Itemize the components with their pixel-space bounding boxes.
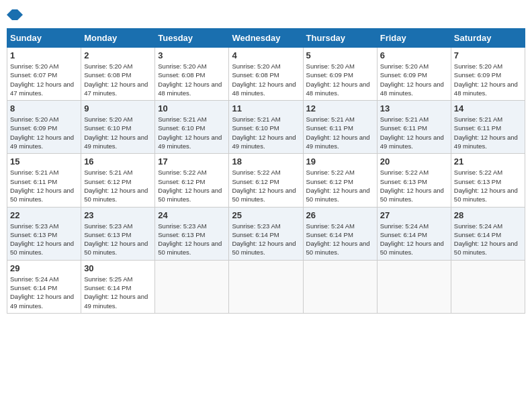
day-number: 16 bbox=[84, 156, 152, 167]
day-number: 3 bbox=[158, 50, 226, 60]
calendar-cell: 29Sunrise: 5:24 AMSunset: 6:14 PMDayligh… bbox=[7, 260, 81, 313]
calendar-cell bbox=[303, 260, 377, 313]
day-detail: Sunrise: 5:20 AMSunset: 6:08 PMDaylight:… bbox=[84, 62, 152, 97]
day-number: 13 bbox=[380, 103, 448, 113]
calendar-cell bbox=[155, 260, 229, 313]
logo-icon bbox=[7, 7, 23, 23]
day-number: 18 bbox=[232, 156, 300, 167]
day-number: 20 bbox=[380, 156, 448, 167]
day-detail: Sunrise: 5:20 AMSunset: 6:07 PMDaylight:… bbox=[10, 62, 78, 97]
calendar-cell: 2Sunrise: 5:20 AMSunset: 6:08 PMDaylight… bbox=[81, 48, 155, 101]
calendar-cell: 7Sunrise: 5:20 AMSunset: 6:09 PMDaylight… bbox=[451, 48, 525, 101]
calendar-cell: 3Sunrise: 5:20 AMSunset: 6:08 PMDaylight… bbox=[155, 48, 229, 101]
calendar-cell bbox=[377, 260, 451, 313]
day-detail: Sunrise: 5:25 AMSunset: 6:14 PMDaylight:… bbox=[84, 275, 152, 310]
day-detail: Sunrise: 5:22 AMSunset: 6:12 PMDaylight:… bbox=[306, 168, 374, 203]
day-detail: Sunrise: 5:21 AMSunset: 6:11 PMDaylight:… bbox=[380, 115, 448, 150]
day-detail: Sunrise: 5:21 AMSunset: 6:10 PMDaylight:… bbox=[158, 115, 226, 150]
week-row-3: 22Sunrise: 5:23 AMSunset: 6:13 PMDayligh… bbox=[7, 207, 525, 260]
day-detail: Sunrise: 5:21 AMSunset: 6:10 PMDaylight:… bbox=[232, 115, 300, 150]
day-detail: Sunrise: 5:23 AMSunset: 6:13 PMDaylight:… bbox=[158, 222, 226, 257]
day-detail: Sunrise: 5:22 AMSunset: 6:12 PMDaylight:… bbox=[158, 168, 226, 203]
day-detail: Sunrise: 5:23 AMSunset: 6:13 PMDaylight:… bbox=[84, 222, 152, 257]
calendar-cell: 8Sunrise: 5:20 AMSunset: 6:09 PMDaylight… bbox=[7, 101, 81, 154]
day-number: 19 bbox=[306, 156, 374, 167]
day-detail: Sunrise: 5:24 AMSunset: 6:14 PMDaylight:… bbox=[380, 222, 448, 257]
day-detail: Sunrise: 5:24 AMSunset: 6:14 PMDaylight:… bbox=[10, 275, 78, 310]
day-number: 6 bbox=[380, 50, 448, 60]
day-number: 22 bbox=[10, 210, 78, 220]
calendar-cell: 16Sunrise: 5:21 AMSunset: 6:12 PMDayligh… bbox=[81, 154, 155, 207]
day-detail: Sunrise: 5:20 AMSunset: 6:09 PMDaylight:… bbox=[10, 115, 78, 150]
day-number: 1 bbox=[10, 50, 78, 60]
week-row-0: 1Sunrise: 5:20 AMSunset: 6:07 PMDaylight… bbox=[7, 48, 525, 101]
day-number: 15 bbox=[10, 156, 78, 167]
calendar-cell: 22Sunrise: 5:23 AMSunset: 6:13 PMDayligh… bbox=[7, 207, 81, 260]
header-thursday: Thursday bbox=[303, 29, 377, 48]
day-number: 26 bbox=[306, 210, 374, 220]
calendar-cell: 17Sunrise: 5:22 AMSunset: 6:12 PMDayligh… bbox=[155, 154, 229, 207]
page-header bbox=[7, 7, 525, 23]
logo bbox=[7, 7, 26, 23]
calendar-cell: 20Sunrise: 5:22 AMSunset: 6:13 PMDayligh… bbox=[377, 154, 451, 207]
day-number: 9 bbox=[84, 103, 152, 113]
day-detail: Sunrise: 5:22 AMSunset: 6:13 PMDaylight:… bbox=[454, 168, 522, 203]
day-detail: Sunrise: 5:21 AMSunset: 6:11 PMDaylight:… bbox=[454, 115, 522, 150]
calendar-cell: 19Sunrise: 5:22 AMSunset: 6:12 PMDayligh… bbox=[303, 154, 377, 207]
calendar-cell bbox=[451, 260, 525, 313]
calendar-cell: 21Sunrise: 5:22 AMSunset: 6:13 PMDayligh… bbox=[451, 154, 525, 207]
day-detail: Sunrise: 5:24 AMSunset: 6:14 PMDaylight:… bbox=[306, 222, 374, 257]
day-detail: Sunrise: 5:21 AMSunset: 6:11 PMDaylight:… bbox=[306, 115, 374, 150]
week-row-1: 8Sunrise: 5:20 AMSunset: 6:09 PMDaylight… bbox=[7, 101, 525, 154]
calendar-cell bbox=[229, 260, 303, 313]
day-number: 10 bbox=[158, 103, 226, 113]
day-number: 24 bbox=[158, 210, 226, 220]
header-friday: Friday bbox=[377, 29, 451, 48]
day-detail: Sunrise: 5:20 AMSunset: 6:08 PMDaylight:… bbox=[158, 62, 226, 97]
day-number: 23 bbox=[84, 210, 152, 220]
header-sunday: Sunday bbox=[7, 29, 81, 48]
calendar-cell: 1Sunrise: 5:20 AMSunset: 6:07 PMDaylight… bbox=[7, 48, 81, 101]
week-row-2: 15Sunrise: 5:21 AMSunset: 6:11 PMDayligh… bbox=[7, 154, 525, 207]
calendar-cell: 28Sunrise: 5:24 AMSunset: 6:14 PMDayligh… bbox=[451, 207, 525, 260]
day-number: 7 bbox=[454, 50, 522, 60]
day-number: 4 bbox=[232, 50, 300, 60]
day-detail: Sunrise: 5:21 AMSunset: 6:12 PMDaylight:… bbox=[84, 168, 152, 203]
day-number: 30 bbox=[84, 263, 152, 273]
day-detail: Sunrise: 5:22 AMSunset: 6:12 PMDaylight:… bbox=[232, 168, 300, 203]
header-wednesday: Wednesday bbox=[229, 29, 303, 48]
calendar-cell: 27Sunrise: 5:24 AMSunset: 6:14 PMDayligh… bbox=[377, 207, 451, 260]
day-number: 17 bbox=[158, 156, 226, 167]
day-detail: Sunrise: 5:20 AMSunset: 6:09 PMDaylight:… bbox=[454, 62, 522, 97]
day-number: 5 bbox=[306, 50, 374, 60]
calendar-cell: 9Sunrise: 5:20 AMSunset: 6:10 PMDaylight… bbox=[81, 101, 155, 154]
calendar-cell: 30Sunrise: 5:25 AMSunset: 6:14 PMDayligh… bbox=[81, 260, 155, 313]
day-number: 29 bbox=[10, 263, 78, 273]
day-detail: Sunrise: 5:20 AMSunset: 6:10 PMDaylight:… bbox=[84, 115, 152, 150]
day-detail: Sunrise: 5:22 AMSunset: 6:13 PMDaylight:… bbox=[380, 168, 448, 203]
day-number: 21 bbox=[454, 156, 522, 167]
day-number: 25 bbox=[232, 210, 300, 220]
day-number: 11 bbox=[232, 103, 300, 113]
calendar-cell: 18Sunrise: 5:22 AMSunset: 6:12 PMDayligh… bbox=[229, 154, 303, 207]
calendar-cell: 6Sunrise: 5:20 AMSunset: 6:09 PMDaylight… bbox=[377, 48, 451, 101]
day-number: 2 bbox=[84, 50, 152, 60]
calendar-cell: 14Sunrise: 5:21 AMSunset: 6:11 PMDayligh… bbox=[451, 101, 525, 154]
calendar-cell: 10Sunrise: 5:21 AMSunset: 6:10 PMDayligh… bbox=[155, 101, 229, 154]
day-number: 12 bbox=[306, 103, 374, 113]
day-number: 14 bbox=[454, 103, 522, 113]
week-row-4: 29Sunrise: 5:24 AMSunset: 6:14 PMDayligh… bbox=[7, 260, 525, 313]
calendar-cell: 15Sunrise: 5:21 AMSunset: 6:11 PMDayligh… bbox=[7, 154, 81, 207]
calendar-header-row: SundayMondayTuesdayWednesdayThursdayFrid… bbox=[7, 29, 525, 48]
header-saturday: Saturday bbox=[451, 29, 525, 48]
calendar-cell: 13Sunrise: 5:21 AMSunset: 6:11 PMDayligh… bbox=[377, 101, 451, 154]
day-detail: Sunrise: 5:24 AMSunset: 6:14 PMDaylight:… bbox=[454, 222, 522, 257]
day-number: 27 bbox=[380, 210, 448, 220]
day-detail: Sunrise: 5:23 AMSunset: 6:13 PMDaylight:… bbox=[10, 222, 78, 257]
header-tuesday: Tuesday bbox=[155, 29, 229, 48]
day-detail: Sunrise: 5:20 AMSunset: 6:08 PMDaylight:… bbox=[232, 62, 300, 97]
calendar-cell: 25Sunrise: 5:23 AMSunset: 6:14 PMDayligh… bbox=[229, 207, 303, 260]
day-number: 8 bbox=[10, 103, 78, 113]
calendar-cell: 11Sunrise: 5:21 AMSunset: 6:10 PMDayligh… bbox=[229, 101, 303, 154]
calendar-cell: 4Sunrise: 5:20 AMSunset: 6:08 PMDaylight… bbox=[229, 48, 303, 101]
